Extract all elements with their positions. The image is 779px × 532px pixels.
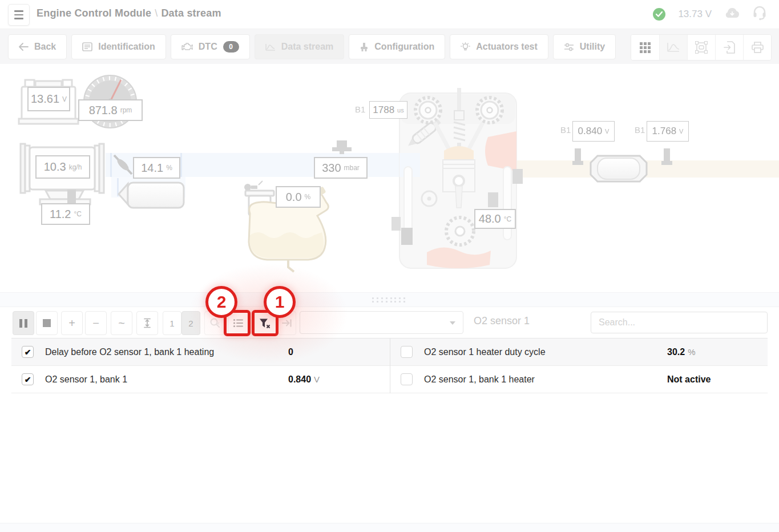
parameter-checkbox[interactable]: [401, 346, 413, 358]
fit-height-button[interactable]: [136, 311, 158, 335]
tab-actuators-test[interactable]: Actuators test: [450, 34, 548, 59]
skip-end-icon: [282, 319, 292, 328]
print-button[interactable]: [743, 35, 771, 60]
cloud-sync-icon[interactable]: [724, 7, 740, 21]
tab-utility-label: Utility: [580, 42, 605, 52]
utility-sliders-icon: [564, 43, 574, 51]
skip-to-end-button[interactable]: [278, 311, 296, 335]
parameter-checkbox[interactable]: [401, 373, 413, 385]
column-count-1-button[interactable]: 1: [163, 311, 181, 335]
parameter-label: O2 sensor 1 heater duty cycle: [424, 347, 667, 357]
parameter-list-button[interactable]: [228, 311, 249, 335]
breadcrumb-separator: \: [151, 7, 161, 19]
battery-voltage-status: 13.73 V: [678, 9, 712, 20]
column-count-2-button[interactable]: 2: [181, 311, 200, 335]
tab-dtc[interactable]: DTC 0: [171, 34, 250, 59]
app-window: Engine Control Module\Data stream 13.73 …: [0, 0, 779, 532]
parameter-unit: V: [314, 374, 320, 384]
parameter-label: Delay before O2 sensor 1, bank 1 heating: [45, 347, 288, 357]
gauge-coolant-temp: 48.0°C: [474, 209, 516, 229]
group-select-dropdown[interactable]: [300, 311, 463, 334]
o2-sensor-icon: [661, 148, 672, 165]
data-stream-toolbar: + − ~ 1 2 O2 sensor 1: [0, 307, 779, 338]
stop-button[interactable]: [36, 311, 58, 335]
tab-utility[interactable]: Utility: [553, 34, 616, 59]
header-bar: Engine Control Module\Data stream 13.73 …: [0, 0, 779, 29]
view-buttons-group: [631, 34, 772, 61]
tab-data-stream-label: Data stream: [281, 42, 334, 52]
parameter-value: Not active: [667, 374, 711, 385]
idle-valve-icon: [119, 183, 184, 208]
bank-label: B1: [635, 125, 645, 135]
remove-parameter-button[interactable]: −: [85, 311, 107, 335]
footer-strip: [0, 523, 779, 532]
engine-diagram-panel: 13.61V 871.8rpm 10.3kg/h 11.2°C 14.1% 33…: [0, 64, 779, 292]
gauge-battery-voltage: 13.61V: [27, 87, 70, 111]
parameter-row[interactable]: O2 sensor 1, bank 1 0.840 V: [11, 366, 390, 393]
parameter-checkbox[interactable]: [22, 346, 34, 358]
parameter-checkbox[interactable]: [22, 373, 34, 385]
gauge-o2-downstream: 1.768V: [647, 121, 689, 142]
cam-gear-icon: [477, 98, 502, 123]
parameter-value: 0.840: [288, 374, 311, 385]
add-parameter-button[interactable]: +: [61, 311, 83, 335]
back-label: Back: [34, 42, 56, 52]
tab-configuration-label: Configuration: [374, 42, 434, 52]
parameter-row[interactable]: O2 sensor 1, bank 1 heater Not active: [390, 366, 768, 393]
parameter-value: 0: [288, 347, 293, 357]
reset-filter-button[interactable]: [253, 311, 277, 335]
filter-clear-icon: [259, 318, 271, 329]
tab-identification-label: Identification: [98, 42, 155, 52]
plus-icon: +: [68, 317, 75, 329]
actuators-test-icon: [461, 42, 470, 52]
fit-height-icon: [142, 317, 152, 329]
panel-splitter[interactable]: [0, 292, 779, 307]
gauge-o2-upstream: 0.840V: [572, 121, 615, 142]
parameter-unit: %: [688, 347, 695, 357]
parameters-table: Delay before O2 sensor 1, bank 1 heating…: [11, 338, 768, 393]
graph-mode-button[interactable]: ~: [111, 311, 132, 335]
stop-icon: [43, 319, 51, 327]
parameter-row[interactable]: Delay before O2 sensor 1, bank 1 heating…: [11, 338, 390, 366]
gauge-mass-air-flow: 10.3kg/h: [35, 155, 90, 179]
tab-actuators-test-label: Actuators test: [476, 42, 538, 52]
engine-dtc-icon: [181, 42, 193, 51]
export-button[interactable]: [715, 35, 743, 60]
engine-illustration: [0, 64, 779, 292]
gauge-engine-rpm: 871.8rpm: [78, 99, 143, 121]
search-input[interactable]: [591, 312, 768, 333]
crank-gear-icon: [446, 217, 474, 245]
grid-view-button[interactable]: [631, 35, 659, 60]
scheme-view-button[interactable]: [687, 35, 715, 60]
back-button[interactable]: Back: [8, 34, 67, 59]
connection-ok-icon: [653, 8, 665, 21]
engine-icon: [391, 88, 523, 268]
tab-configuration[interactable]: Configuration: [349, 34, 445, 59]
data-stream-icon: [265, 43, 276, 51]
clear-search-icon: [209, 317, 221, 329]
parameter-label: O2 sensor 1, bank 1 heater: [424, 374, 667, 385]
tab-dtc-label: DTC: [199, 42, 217, 52]
clear-search-button[interactable]: [204, 311, 226, 335]
breadcrumb-module: Engine Control Module: [37, 7, 151, 19]
bank-label: B1: [355, 104, 365, 114]
gauge-purge-valve: 0.0%: [276, 186, 321, 208]
bank-label: B1: [560, 125, 571, 135]
tab-identification[interactable]: Identification: [71, 34, 166, 59]
tab-data-stream[interactable]: Data stream: [255, 34, 345, 59]
breadcrumb-page: Data stream: [161, 7, 221, 19]
series-group-label: O2 sensor 1: [474, 315, 530, 327]
headset-support-icon[interactable]: [753, 6, 766, 23]
graph-view-button[interactable]: [659, 35, 687, 60]
gauge-manifold-pressure: 330mbar: [314, 157, 368, 179]
hamburger-menu-button[interactable]: [8, 4, 30, 26]
map-sensor-icon: [332, 140, 352, 154]
parameter-row[interactable]: O2 sensor 1 heater duty cycle 30.2 %: [390, 338, 768, 366]
minus-icon: −: [92, 317, 99, 329]
catalyst-icon: [591, 156, 647, 182]
gauge-injection-time: 1788us: [369, 101, 407, 119]
parameter-label: O2 sensor 1, bank 1: [45, 374, 288, 385]
gauge-intake-air-temp: 11.2°C: [41, 203, 90, 225]
parameter-value: 30.2: [667, 347, 685, 357]
pause-button[interactable]: [13, 311, 34, 335]
